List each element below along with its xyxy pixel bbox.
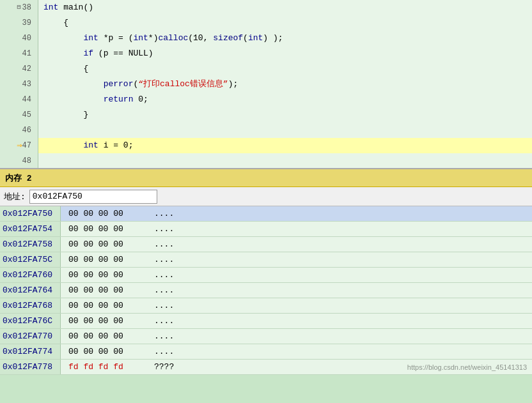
line-content: { [38,15,68,31]
memory-row: 0x012FA75C00 00 00 00.... [0,252,532,268]
memory-row: 0x012FA77400 00 00 00.... [0,344,532,360]
memory-address-bar: 地址: [0,187,532,206]
line-number: 42 [22,61,31,77]
code-line: 46 [0,123,532,138]
mem-bytes: 00 00 00 00 [61,237,144,252]
memory-row: 0x012FA77000 00 00 00.... [0,329,532,344]
mem-ascii: .... [144,268,174,282]
mem-bytes: 00 00 00 00 [61,222,144,236]
line-number: 40 [22,31,31,46]
code-line: 40 int *p = (int*)calloc(10, sizeof(int)… [0,31,532,46]
mem-ascii: .... [144,314,174,328]
line-content: int *p = (int*)calloc(10, sizeof(int) ); [38,31,283,46]
mem-bytes: 00 00 00 00 [61,329,144,344]
line-content: perror(“打印calloc错误信息”); [38,77,238,92]
mem-bytes: 00 00 00 00 [61,344,144,359]
mem-addr: 0x012FA75C [0,252,61,267]
code-line: ⇒47 int i = 0; [0,138,532,153]
line-gutter: ⊟38 [0,0,38,15]
line-gutter: 41 [0,46,38,61]
line-number: 47 [22,138,31,153]
line-number: 43 [22,77,31,92]
mem-bytes: 00 00 00 00 [61,283,144,298]
memory-row: 0x012FA76800 00 00 00.... [0,298,532,314]
memory-row: 0x012FA75800 00 00 00.... [0,237,532,252]
memory-panel: 内存 2 地址: 0x012FA75000 00 00 00....0x012F… [0,169,532,375]
memory-container: 0x012FA75000 00 00 00....0x012FA75400 00… [0,206,532,375]
line-gutter: 43 [0,77,38,92]
mem-bytes: 00 00 00 00 [61,268,144,282]
mem-bytes: 00 00 00 00 [61,252,144,267]
mem-ascii: .... [144,344,174,359]
code-line: 44 return 0; [0,92,532,107]
line-gutter: 39 [0,15,38,31]
line-gutter: 42 [0,61,38,77]
address-label: 地址: [4,191,26,202]
line-number: 41 [22,46,31,61]
line-number: 46 [22,123,31,138]
memory-row: 0x012FA75400 00 00 00.... [0,222,532,237]
code-line: ⊟38int main() [0,0,532,15]
collapse-icon[interactable]: ⊟ [17,0,21,15]
code-line: 45 } [0,107,532,123]
line-content: if (p == NULL) [38,46,153,61]
line-gutter: 48 [0,153,38,169]
line-number: 45 [22,107,31,123]
line-gutter: ⇒47 [0,138,38,153]
line-content: { [38,61,88,77]
mem-bytes: 00 00 00 00 [61,206,144,221]
mem-addr: 0x012FA758 [0,237,61,252]
code-line: 41 if (p == NULL) [0,46,532,61]
mem-addr: 0x012FA76C [0,314,61,328]
line-gutter: 45 [0,107,38,123]
memory-row: 0x012FA76400 00 00 00.... [0,283,532,298]
code-line: 48 [0,153,532,169]
mem-addr: 0x012FA754 [0,222,61,236]
mem-addr: 0x012FA774 [0,344,61,359]
mem-addr: 0x012FA770 [0,329,61,344]
code-line: 43 perror(“打印calloc错误信息”); [0,77,532,92]
mem-addr: 0x012FA778 [0,360,61,374]
mem-addr: 0x012FA750 [0,206,61,221]
memory-row: 0x012FA76000 00 00 00.... [0,268,532,283]
mem-bytes: 00 00 00 00 [61,298,144,313]
watermark: https://blog.csdn.net/weixin_45141313 [407,363,527,371]
mem-addr: 0x012FA760 [0,268,61,282]
mem-ascii: .... [144,298,174,313]
line-gutter: 40 [0,31,38,46]
mem-ascii: .... [144,237,174,252]
line-content: int i = 0; [38,138,133,153]
address-input[interactable] [29,190,157,204]
line-gutter: 44 [0,92,38,107]
line-number: 39 [22,15,31,31]
mem-ascii: ???? [144,360,174,374]
arrow-indicator: ⇒ [17,138,22,153]
mem-ascii: .... [144,283,174,298]
line-content: return 0; [38,92,148,107]
line-number: 38 [22,0,31,15]
code-line: 42 { [0,61,532,77]
line-number: 44 [22,92,31,107]
mem-addr: 0x012FA764 [0,283,61,298]
memory-row: 0x012FA76C00 00 00 00.... [0,314,532,329]
mem-addr: 0x012FA768 [0,298,61,313]
memory-rows: 0x012FA75000 00 00 00....0x012FA75400 00… [0,206,532,375]
mem-ascii: .... [144,222,174,236]
code-editor: ⊟38int main() 39 {40 int *p = (int*)call… [0,0,532,169]
line-gutter: 46 [0,123,38,138]
line-content: int main() [38,0,98,15]
mem-ascii: .... [144,329,174,344]
mem-ascii: .... [144,206,174,221]
memory-title-bar: 内存 2 [0,169,532,187]
memory-title: 内存 2 [5,172,32,184]
memory-row: 0x012FA75000 00 00 00.... [0,206,532,222]
code-line: 39 { [0,15,532,31]
mem-bytes: 00 00 00 00 [61,314,144,328]
line-number: 48 [22,153,31,169]
line-content: } [38,107,88,123]
mem-ascii: .... [144,252,174,267]
code-lines: ⊟38int main() 39 {40 int *p = (int*)call… [0,0,532,169]
mem-bytes: fd fd fd fd [61,360,144,374]
